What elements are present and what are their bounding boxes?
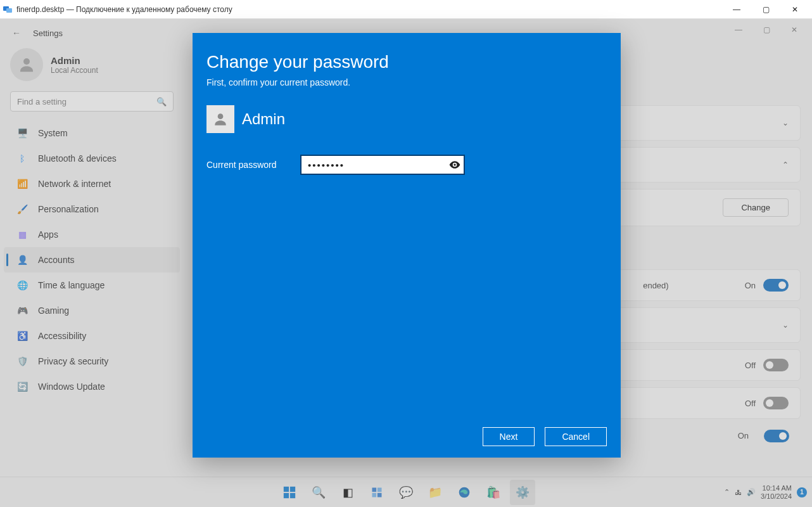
settings-minimize-button[interactable]: — (725, 20, 752, 39)
back-arrow-icon[interactable]: ← (8, 28, 25, 38)
avatar (10, 48, 43, 81)
nav-label: Privacy & security (38, 356, 108, 366)
nav-accounts[interactable]: 👤Accounts (4, 247, 180, 273)
search-input[interactable] (17, 97, 156, 106)
settings-nav: 🖥️System ᛒBluetooth & devices 📶Network &… (0, 120, 184, 399)
system-icon: 🖥️ (16, 127, 28, 139)
reveal-password-icon[interactable] (448, 158, 461, 171)
taskbar-date: 3/10/2024 (761, 492, 792, 501)
nav-network[interactable]: 📶Network & internet (0, 171, 184, 196)
current-password-input[interactable] (300, 155, 465, 175)
current-password-row: Current password (206, 155, 607, 175)
svg-rect-1 (6, 8, 12, 13)
nav-label: Windows Update (38, 382, 105, 392)
notifications-badge[interactable]: 1 (797, 487, 807, 497)
taskbar-time: 10:14 AM (761, 484, 792, 492)
gamepad-icon: 🎮 (16, 305, 28, 316)
taskbar-search-icon[interactable]: 🔍 (306, 480, 331, 505)
nav-label: Accounts (38, 255, 75, 265)
nav-apps[interactable]: ▦Apps (0, 222, 184, 247)
bluetooth-icon: ᛒ (16, 153, 28, 164)
nav-label: Accessibility (38, 331, 86, 341)
host-window-title: finerdp.desktp — Подключение к удаленном… (16, 5, 232, 14)
card-text: ended) (643, 281, 668, 290)
file-explorer-icon[interactable]: 📁 (422, 480, 448, 505)
nav-personalization[interactable]: 🖌️Personalization (0, 196, 184, 222)
toggle-switch[interactable] (763, 397, 789, 409)
svg-rect-8 (290, 492, 295, 497)
taskbar-center: 🔍 ◧ 💬 📁 🛍️ ⚙️ (277, 480, 535, 505)
start-button[interactable] (277, 480, 302, 505)
toggle-label: Off (745, 399, 756, 408)
chat-icon[interactable]: 💬 (393, 480, 419, 505)
toggle-switch[interactable] (764, 430, 789, 442)
change-password-dialog: Change your password First, confirm your… (193, 33, 621, 458)
nav-privacy[interactable]: 🛡️Privacy & security (0, 349, 184, 374)
dialog-subtitle: First, confirm your current password. (206, 77, 607, 87)
change-button[interactable]: Change (723, 198, 789, 217)
svg-rect-7 (284, 492, 289, 497)
host-close-button[interactable]: ✕ (780, 0, 809, 19)
chevron-down-icon: ⌄ (782, 321, 789, 330)
settings-search[interactable]: 🔍 (10, 91, 174, 112)
host-maximize-button[interactable]: ▢ (751, 0, 780, 19)
taskbar-clock[interactable]: 10:14 AM 3/10/2024 (761, 484, 792, 500)
nav-label: Gaming (38, 305, 69, 316)
nav-label: Time & language (38, 280, 105, 290)
next-button[interactable]: Next (483, 427, 535, 446)
nav-gaming[interactable]: 🎮Gaming (0, 298, 184, 323)
edge-icon[interactable] (452, 480, 477, 505)
profile-name: Admin (51, 55, 98, 66)
brush-icon: 🖌️ (16, 203, 28, 215)
store-icon[interactable]: 🛍️ (481, 480, 506, 505)
profile-subtitle: Local Account (51, 66, 98, 75)
current-password-label: Current password (206, 160, 282, 170)
dialog-username: Admin (242, 110, 285, 128)
shield-icon: 🛡️ (16, 356, 28, 367)
nav-time-language[interactable]: 🌐Time & language (0, 273, 184, 298)
network-tray-icon[interactable]: 🖧 (735, 489, 742, 496)
widgets-icon[interactable] (364, 480, 390, 505)
accessibility-icon: ♿ (16, 330, 28, 342)
system-tray: ⌃ 🖧 🔊 10:14 AM 3/10/2024 1 (724, 484, 807, 500)
settings-close-button[interactable]: ✕ (780, 20, 808, 39)
nav-label: Network & internet (38, 179, 111, 189)
svg-rect-5 (284, 486, 289, 491)
tray-overflow-icon[interactable]: ⌃ (724, 488, 730, 496)
toggle-label: On (738, 431, 749, 440)
person-icon: 👤 (16, 254, 28, 266)
volume-tray-icon[interactable]: 🔊 (747, 488, 756, 496)
settings-taskbar-icon[interactable]: ⚙️ (510, 480, 535, 505)
nav-bluetooth[interactable]: ᛒBluetooth & devices (0, 146, 184, 171)
settings-maximize-button[interactable]: ▢ (752, 20, 780, 39)
globe-icon: 🌐 (16, 279, 28, 291)
toggle-switch[interactable] (763, 359, 789, 371)
nav-label: Bluetooth & devices (38, 153, 117, 164)
host-window-controls: — ▢ ✕ (722, 0, 809, 19)
taskbar: 🔍 ◧ 💬 📁 🛍️ ⚙️ ⌃ 🖧 🔊 10:14 AM 3/10/2024 1 (0, 477, 812, 507)
svg-rect-9 (372, 487, 377, 492)
svg-rect-12 (377, 492, 382, 497)
apps-icon: ▦ (16, 229, 28, 240)
nav-label: Apps (38, 229, 58, 240)
svg-rect-6 (290, 486, 295, 491)
sync-icon: 🔄 (16, 381, 28, 392)
host-minimize-button[interactable]: — (722, 0, 751, 19)
host-titlebar: finerdp.desktp — Подключение к удаленном… (0, 0, 812, 19)
nav-windows-update[interactable]: 🔄Windows Update (0, 374, 184, 399)
cancel-button[interactable]: Cancel (545, 427, 607, 446)
nav-accessibility[interactable]: ♿Accessibility (0, 323, 184, 349)
settings-title: Settings (33, 29, 63, 38)
svg-rect-10 (377, 487, 382, 492)
nav-label: Personalization (38, 204, 99, 214)
dialog-title: Change your password (206, 52, 607, 72)
remote-desktop-area: — ▢ ✕ ← Settings Admin Local Account 🔍 🖥… (0, 19, 812, 507)
chevron-down-icon: ⌄ (782, 119, 789, 127)
chevron-up-icon: ⌃ (782, 160, 789, 169)
task-view-icon[interactable]: ◧ (335, 480, 360, 505)
svg-point-4 (454, 164, 455, 165)
search-icon: 🔍 (156, 97, 167, 106)
wifi-icon: 📶 (16, 178, 28, 189)
toggle-switch[interactable] (763, 279, 789, 292)
nav-system[interactable]: 🖥️System (0, 120, 184, 146)
